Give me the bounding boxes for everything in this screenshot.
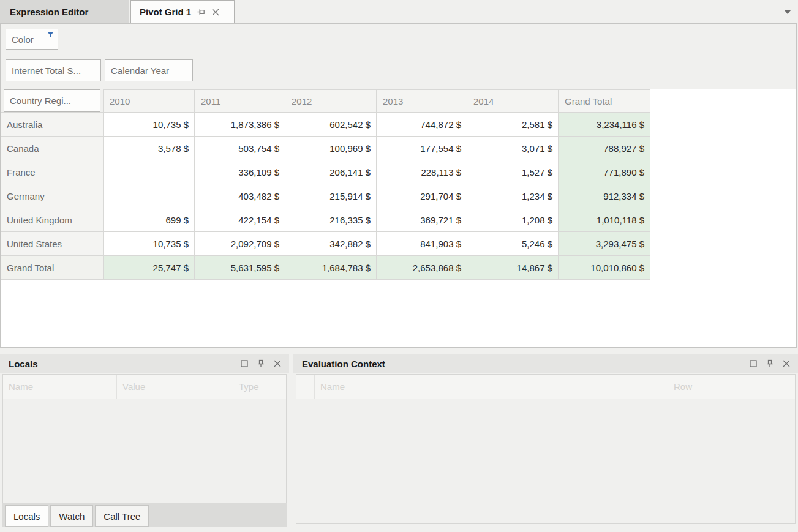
pivot-row-header[interactable]: Grand Total (1, 256, 104, 280)
pivot-data-cell[interactable] (104, 160, 195, 184)
pivot-corner-cell: Country Regi... (1, 89, 104, 113)
pivot-column-header[interactable]: 2010 (104, 89, 195, 113)
pivot-column-header[interactable]: 2013 (377, 89, 467, 113)
pivot-data-cell[interactable]: 369,721 $ (377, 208, 467, 232)
pivot-data-cell[interactable]: 602,542 $ (285, 113, 377, 137)
pivot-data-cell[interactable]: 206,141 $ (285, 160, 377, 184)
close-icon[interactable] (273, 359, 282, 368)
pin-icon[interactable] (257, 359, 265, 368)
pivot-data-cell[interactable]: 3,071 $ (467, 137, 559, 160)
pivot-data-cell[interactable]: 1,208 $ (467, 208, 559, 232)
tab-pivot-grid-1[interactable]: Pivot Grid 1 (130, 0, 235, 23)
pivot-data-cell[interactable]: 403,482 $ (195, 184, 285, 208)
pivot-data-cell[interactable]: 841,903 $ (377, 232, 467, 256)
close-icon[interactable] (782, 359, 791, 368)
row-field-button-country-region[interactable]: Country Regi... (4, 89, 100, 112)
evaluation-context-grid: Name Row (296, 374, 796, 524)
column-header-type[interactable]: Type (233, 375, 286, 399)
pivot-data-cell[interactable]: 3,234,116 $ (559, 113, 650, 137)
pivot-data-cell[interactable]: 422,154 $ (195, 208, 285, 232)
pin-icon[interactable] (766, 359, 774, 368)
data-field-button-internet-total-sales[interactable]: Internet Total S... (6, 59, 101, 81)
pivot-data-cell[interactable]: 291,704 $ (377, 184, 467, 208)
pivot-data-cell[interactable]: 216,335 $ (285, 208, 377, 232)
filter-field-button-color[interactable]: Color (6, 29, 58, 50)
tab-locals[interactable]: Locals (5, 505, 48, 527)
pivot-data-cell[interactable]: 10,735 $ (104, 232, 195, 256)
pivot-data-cell[interactable]: 744,872 $ (377, 113, 467, 137)
column-header-name[interactable]: Name (315, 375, 668, 399)
column-field-button-calendar-year[interactable]: Calendar Year (105, 59, 193, 81)
pivot-row-header[interactable]: United Kingdom (1, 208, 104, 232)
column-header-value[interactable]: Value (117, 375, 233, 399)
pivot-data-cell[interactable]: 503,754 $ (195, 137, 285, 160)
pivot-data-cell[interactable]: 5,246 $ (467, 232, 559, 256)
pivot-data-cell[interactable]: 215,914 $ (285, 184, 377, 208)
pivot-row-header[interactable]: France (1, 160, 104, 184)
pivot-data-cell[interactable] (104, 184, 195, 208)
pivot-data-cell[interactable]: 228,113 $ (377, 160, 467, 184)
locals-grid: Name Value Type (2, 374, 287, 503)
locals-panel: Locals Name Value Type (0, 354, 289, 527)
pivot-row-header[interactable]: Canada (1, 137, 104, 160)
column-header-name[interactable]: Name (3, 375, 117, 399)
pivot-column-header[interactable]: 2012 (285, 89, 377, 113)
locals-panel-tabs: Locals Watch Call Tree (2, 503, 287, 527)
pivot-data-cell[interactable]: 3,293,475 $ (559, 232, 650, 256)
pivot-column-header[interactable]: Grand Total (559, 89, 650, 113)
tab-label: Pivot Grid 1 (140, 7, 191, 17)
field-label: Calendar Year (111, 66, 169, 76)
tab-watch[interactable]: Watch (50, 505, 93, 527)
pivot-data-cell[interactable]: 100,969 $ (285, 137, 377, 160)
pivot-data-cell[interactable]: 14,867 $ (467, 256, 559, 280)
pivot-data-cell[interactable]: 25,747 $ (104, 256, 195, 280)
pivot-data-cell[interactable]: 1,527 $ (467, 160, 559, 184)
pin-icon[interactable] (197, 7, 206, 17)
pivot-column-header[interactable]: 2014 (467, 89, 559, 113)
evaluation-context-grid-header: Name Row (296, 375, 795, 399)
pivot-data-cell[interactable]: 2,581 $ (467, 113, 559, 137)
pivot-grid-panel: Color Internet Total S... Calendar Year … (0, 23, 797, 348)
field-label: Color (12, 34, 34, 45)
column-header-row[interactable]: Row (668, 375, 795, 399)
close-icon[interactable] (211, 8, 220, 17)
evaluation-context-titlebar: Evaluation Context (293, 354, 798, 373)
pivot-row-header[interactable]: Germany (1, 184, 104, 208)
pivot-data-cell[interactable]: 912,334 $ (559, 184, 650, 208)
field-label: Internet Total S... (12, 66, 81, 76)
pivot-data-cell[interactable]: 1,234 $ (467, 184, 559, 208)
pivot-data-cell[interactable]: 771,890 $ (559, 160, 650, 184)
pivot-data-cell[interactable]: 1,684,783 $ (285, 256, 377, 280)
filter-funnel-icon[interactable] (47, 32, 54, 38)
tab-overflow-dropdown-icon[interactable] (785, 10, 791, 14)
pivot-data-cell[interactable]: 10,735 $ (104, 113, 195, 137)
tab-expression-editor[interactable]: Expression Editor (0, 0, 129, 23)
tab-label: Expression Editor (10, 7, 88, 17)
pivot-data-cell[interactable]: 1,010,118 $ (559, 208, 650, 232)
pivot-row-header[interactable]: Australia (1, 113, 104, 137)
pivot-table: Country Regi...20102011201220132014Grand… (1, 89, 650, 280)
panel-title: Evaluation Context (302, 359, 385, 369)
document-tabbar: Expression Editor Pivot Grid 1 (0, 0, 798, 23)
pivot-data-cell[interactable]: 5,631,595 $ (195, 256, 285, 280)
pivot-column-header[interactable]: 2011 (195, 89, 285, 113)
maximize-icon[interactable] (749, 359, 758, 368)
pivot-data-cell[interactable]: 336,109 $ (195, 160, 285, 184)
pivot-data-cell[interactable]: 1,873,386 $ (195, 113, 285, 137)
maximize-icon[interactable] (240, 359, 249, 368)
pivot-data-cell[interactable]: 177,554 $ (377, 137, 467, 160)
pivot-data-cell[interactable]: 699 $ (104, 208, 195, 232)
pivot-data-cell[interactable]: 788,927 $ (559, 137, 650, 160)
pivot-header-area: Color Internet Total S... Calendar Year (1, 24, 796, 89)
tab-call-tree[interactable]: Call Tree (95, 505, 149, 527)
pivot-data-cell[interactable]: 3,578 $ (104, 137, 195, 160)
pivot-row-header[interactable]: United States (1, 232, 104, 256)
panel-title: Locals (9, 359, 38, 369)
locals-grid-header: Name Value Type (3, 375, 286, 399)
pivot-data-cell[interactable]: 10,010,860 $ (559, 256, 650, 280)
evaluation-context-panel: Evaluation Context Name Row (293, 354, 798, 526)
pivot-data-cell[interactable]: 2,092,709 $ (195, 232, 285, 256)
pivot-data-cell[interactable]: 2,653,868 $ (377, 256, 467, 280)
locals-titlebar: Locals (0, 354, 289, 373)
pivot-data-cell[interactable]: 342,882 $ (285, 232, 377, 256)
